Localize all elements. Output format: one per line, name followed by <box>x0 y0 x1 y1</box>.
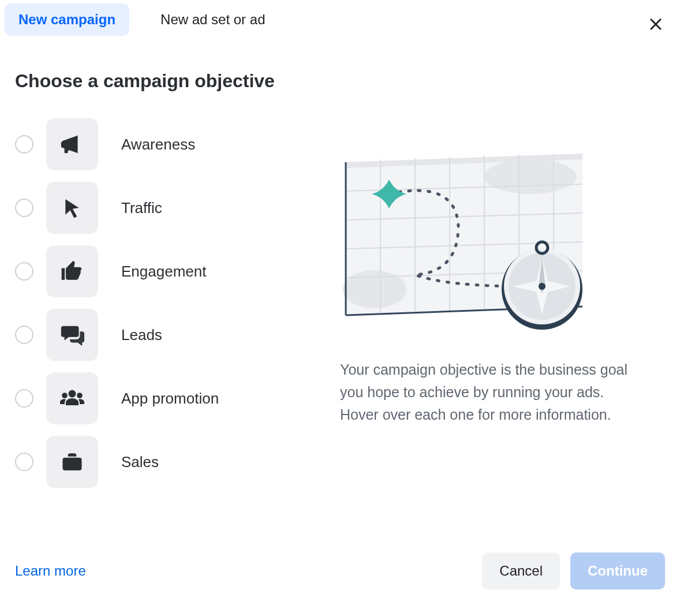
icon-box <box>46 372 98 424</box>
objective-label: Engagement <box>121 263 206 281</box>
objective-app-promotion[interactable]: App promotion <box>15 372 340 424</box>
objective-description: Your campaign objective is the business … <box>340 359 629 425</box>
radio-awareness[interactable] <box>15 135 33 154</box>
briefcase-icon <box>59 449 85 475</box>
objective-list: Awareness Traffic Engagement <box>15 118 340 488</box>
close-icon <box>648 16 664 32</box>
objective-label: Sales <box>121 453 159 471</box>
objective-awareness[interactable]: Awareness <box>15 118 340 170</box>
radio-sales[interactable] <box>15 453 33 471</box>
radio-leads[interactable] <box>15 326 33 344</box>
cursor-icon <box>61 196 84 219</box>
icon-box <box>46 309 98 361</box>
svg-point-30 <box>539 283 546 290</box>
svg-point-9 <box>484 159 577 194</box>
people-icon <box>58 384 86 412</box>
objective-engagement[interactable]: Engagement <box>15 245 340 297</box>
map-compass-illustration <box>340 145 588 330</box>
objective-leads[interactable]: Leads <box>15 309 340 361</box>
objective-label: App promotion <box>121 390 219 408</box>
icon-box <box>46 245 98 297</box>
page-title: Choose a campaign objective <box>15 70 680 92</box>
continue-button[interactable]: Continue <box>570 552 665 589</box>
objective-column: Awareness Traffic Engagement <box>15 118 340 488</box>
objective-label: Awareness <box>121 136 195 154</box>
tab-new-ad-set-or-ad[interactable]: New ad set or ad <box>147 3 279 36</box>
radio-traffic[interactable] <box>15 199 33 217</box>
objective-label: Leads <box>121 326 162 344</box>
svg-rect-6 <box>63 458 82 471</box>
radio-app-promotion[interactable] <box>15 389 33 408</box>
objective-sales[interactable]: Sales <box>15 436 340 488</box>
learn-more-link[interactable]: Learn more <box>15 563 86 579</box>
modal-footer: Learn more Cancel Continue <box>15 552 665 589</box>
cancel-button[interactable]: Cancel <box>482 552 560 589</box>
objective-label: Traffic <box>121 199 162 217</box>
info-column: Your campaign objective is the business … <box>340 118 665 488</box>
tab-new-campaign[interactable]: New campaign <box>5 3 129 36</box>
svg-rect-2 <box>65 148 68 154</box>
svg-point-5 <box>77 393 83 398</box>
objective-traffic[interactable]: Traffic <box>15 182 340 234</box>
close-button[interactable] <box>648 16 664 35</box>
icon-box <box>46 436 98 488</box>
speech-bubbles-icon <box>59 322 85 348</box>
content: Awareness Traffic Engagement <box>0 118 680 488</box>
svg-point-3 <box>69 390 76 398</box>
megaphone-icon <box>59 131 85 158</box>
icon-box <box>46 182 98 234</box>
radio-engagement[interactable] <box>15 262 33 281</box>
icon-box <box>46 118 98 170</box>
svg-point-4 <box>62 393 68 398</box>
modal-tabs: New campaign New ad set or ad <box>0 0 680 39</box>
thumbs-up-icon <box>59 259 85 284</box>
